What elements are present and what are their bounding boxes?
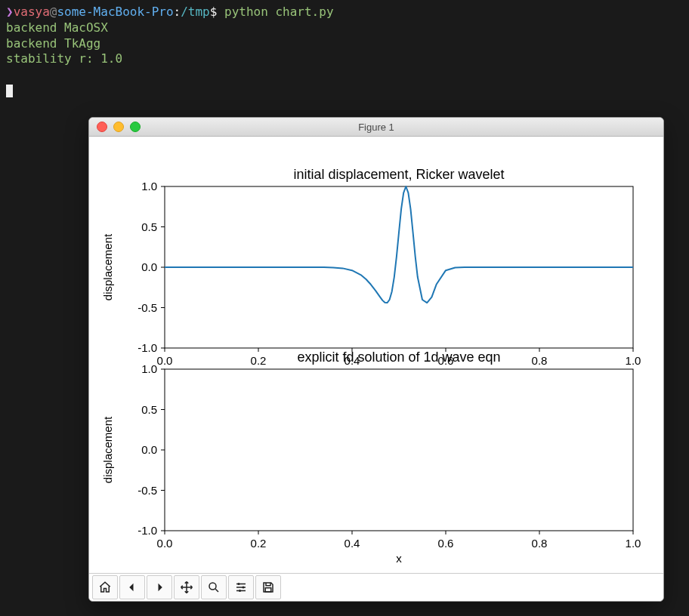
svg-text:0.0: 0.0 — [157, 354, 173, 367]
svg-text:-1.0: -1.0 — [137, 524, 157, 537]
svg-text:0.5: 0.5 — [141, 403, 157, 416]
window-titlebar[interactable]: Figure 1 — [89, 118, 663, 137]
home-button[interactable] — [92, 575, 118, 599]
svg-text:0.0: 0.0 — [141, 260, 157, 273]
window-title: Figure 1 — [89, 122, 663, 133]
svg-text:initial displacement, Ricker w: initial displacement, Ricker wavelet — [293, 167, 504, 182]
prompt-command: python chart.py — [224, 5, 334, 19]
svg-text:displacement: displacement — [101, 416, 114, 483]
svg-point-51 — [209, 583, 216, 590]
svg-rect-25 — [165, 369, 633, 531]
svg-text:0.5: 0.5 — [141, 220, 157, 233]
configure-button[interactable] — [228, 575, 254, 599]
terminal-cursor — [6, 85, 13, 97]
prompt-host: some-MacBook-Pro — [57, 5, 173, 19]
forward-button[interactable] — [147, 575, 172, 599]
matplotlib-toolbar — [89, 573, 663, 601]
svg-text:-1.0: -1.0 — [137, 341, 157, 354]
svg-text:explicit fd solution of 1d wav: explicit fd solution of 1d wave eqn — [297, 350, 500, 365]
pan-button[interactable] — [174, 575, 199, 599]
svg-text:1.0: 1.0 — [626, 537, 641, 550]
prompt-user: vasya — [14, 5, 50, 19]
svg-text:0.2: 0.2 — [251, 537, 267, 550]
svg-text:0.0: 0.0 — [157, 537, 173, 550]
figure-window[interactable]: Figure 1 initial displacement, Ricker wa… — [88, 117, 664, 602]
svg-text:1.0: 1.0 — [141, 362, 157, 375]
svg-text:0.8: 0.8 — [532, 537, 548, 550]
zoom-button[interactable] — [201, 575, 227, 599]
arrow-left-icon — [125, 581, 139, 594]
prompt-caret: ❯ — [6, 5, 14, 19]
terminal[interactable]: ❯vasya@some-MacBook-Pro:/tmp$ python cha… — [0, 0, 689, 103]
home-icon — [98, 581, 112, 594]
svg-point-54 — [239, 590, 241, 592]
save-button[interactable] — [255, 575, 281, 599]
svg-text:0.4: 0.4 — [344, 537, 360, 550]
terminal-output-line: backend TkAgg — [6, 36, 100, 51]
svg-point-53 — [243, 587, 245, 589]
prompt-at: @ — [50, 5, 57, 19]
svg-point-52 — [238, 583, 240, 585]
svg-text:-0.5: -0.5 — [137, 301, 157, 314]
svg-text:0.8: 0.8 — [532, 354, 548, 367]
move-icon — [180, 581, 193, 594]
prompt-path: /tmp — [181, 5, 210, 19]
prompt-dollar: $ — [210, 5, 224, 19]
svg-text:0.2: 0.2 — [251, 354, 267, 367]
prompt-colon: : — [174, 5, 181, 19]
sliders-icon — [234, 581, 248, 594]
svg-rect-55 — [265, 588, 271, 592]
terminal-output-line: backend MacOSX — [6, 20, 108, 35]
svg-text:0.6: 0.6 — [438, 537, 454, 550]
terminal-output-line: stability r: 1.0 — [6, 51, 122, 66]
arrow-right-icon — [153, 581, 166, 594]
svg-text:1.0: 1.0 — [626, 354, 641, 367]
svg-text:1.0: 1.0 — [141, 180, 157, 192]
save-icon — [261, 581, 275, 594]
svg-text:-0.5: -0.5 — [137, 484, 157, 497]
svg-text:0.0: 0.0 — [141, 443, 157, 456]
search-icon — [207, 581, 221, 594]
svg-text:x: x — [396, 552, 402, 565]
back-button[interactable] — [119, 575, 145, 599]
plot-canvas[interactable]: initial displacement, Ricker waveletdisp… — [89, 137, 663, 573]
svg-text:displacement: displacement — [101, 233, 114, 300]
